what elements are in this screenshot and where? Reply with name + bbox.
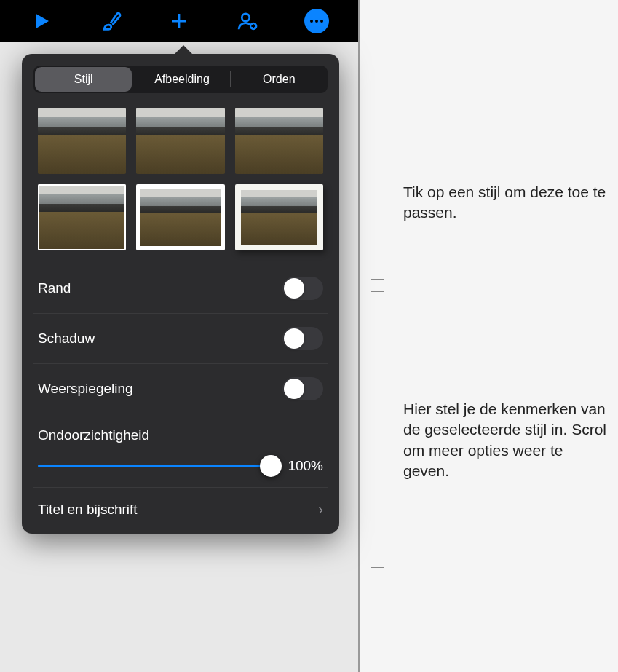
device-frame: Stijl Afbeelding Orden Rand Schaduw Weer… — [0, 0, 360, 672]
annotation-layer: Tik op een stijl om deze toe te passen. … — [371, 0, 611, 672]
play-icon — [31, 10, 52, 32]
style-preset-3[interactable] — [235, 108, 323, 174]
row-opacity: Ondoorzichtigheid 100% — [33, 414, 328, 488]
tab-arrange[interactable]: Orden — [231, 66, 328, 93]
format-popover: Stijl Afbeelding Orden Rand Schaduw Weer… — [22, 54, 339, 534]
toolbar — [0, 0, 358, 42]
border-label: Rand — [38, 280, 71, 296]
opacity-value: 100% — [282, 458, 323, 474]
callout-attributes: Hier stel je de kenmerken van de geselec… — [395, 399, 611, 481]
row-shadow: Schaduw — [33, 314, 328, 364]
segmented-control: Stijl Afbeelding Orden — [33, 66, 328, 93]
shadow-label: Schaduw — [38, 331, 95, 347]
shadow-toggle[interactable] — [282, 327, 323, 350]
reflection-label: Weerspiegeling — [38, 381, 133, 397]
svg-point-1 — [242, 14, 250, 22]
row-border: Rand — [33, 264, 328, 314]
play-button[interactable] — [24, 4, 59, 39]
style-preset-2[interactable] — [136, 108, 224, 174]
plus-icon — [168, 10, 190, 32]
callout-styles: Tik op een stijl om deze toe te passen. — [395, 182, 611, 224]
tab-image[interactable]: Afbeelding — [133, 66, 230, 93]
format-button[interactable] — [93, 4, 128, 39]
brush-icon — [100, 10, 122, 32]
title-caption-label: Titel en bijschrift — [38, 502, 138, 518]
add-button[interactable] — [162, 4, 197, 39]
style-options-list: Rand Schaduw Weerspiegeling Ondoorzichti… — [22, 264, 339, 531]
chevron-right-icon: › — [318, 501, 323, 518]
border-toggle[interactable] — [282, 277, 323, 300]
style-presets-grid — [22, 102, 339, 264]
opacity-slider[interactable] — [38, 465, 271, 467]
style-preset-4[interactable] — [38, 184, 126, 250]
ellipsis-icon — [304, 9, 329, 33]
svg-marker-0 — [36, 14, 49, 28]
person-plus-icon — [237, 10, 258, 32]
row-reflection: Weerspiegeling — [33, 364, 328, 414]
style-preset-5[interactable] — [136, 184, 224, 250]
collaborate-button[interactable] — [230, 4, 265, 39]
row-title-caption[interactable]: Titel en bijschrift › — [33, 488, 328, 531]
style-preset-1[interactable] — [38, 108, 126, 174]
style-preset-6[interactable] — [235, 184, 323, 250]
opacity-label: Ondoorzichtigheid — [38, 427, 323, 443]
reflection-toggle[interactable] — [282, 377, 323, 400]
more-button[interactable] — [299, 4, 334, 39]
tab-style[interactable]: Stijl — [35, 67, 132, 92]
